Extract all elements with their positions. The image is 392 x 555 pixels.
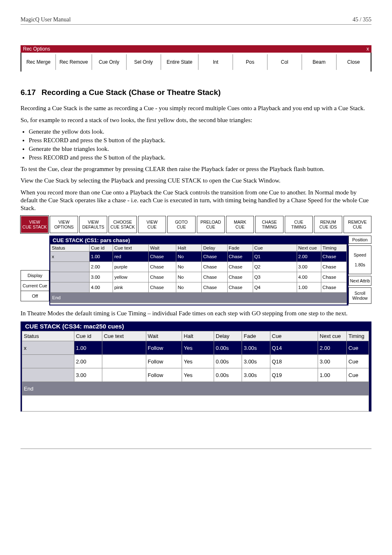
cell: Q1 [253, 252, 297, 262]
col-wait: Wait [149, 245, 176, 252]
cell: Follow [146, 355, 182, 368]
rec-remove-button[interactable]: Rec Remove [56, 54, 92, 70]
cell [22, 355, 74, 368]
cell [51, 282, 90, 293]
speed-label[interactable]: Speed 1.80s [348, 245, 371, 274]
col-fade: Fade [227, 245, 253, 252]
cell: Yes [182, 341, 214, 355]
cell: purple [113, 262, 149, 272]
scroll-window-label[interactable]: Scroll Window [348, 287, 371, 304]
cell: Q4 [253, 282, 297, 293]
cell: red [113, 252, 149, 262]
col-button[interactable]: Col [267, 54, 302, 70]
col-cuetext: Cue text [113, 245, 149, 252]
current-cue-label[interactable]: Current Cue [21, 280, 49, 291]
cs1-title: CUE STACK (CS1: pars chase) [50, 236, 347, 244]
cell: Cue [347, 368, 369, 382]
col-cuetext: Cue text [102, 331, 146, 341]
table-row: End [51, 293, 347, 303]
cell: 2.00 [90, 262, 113, 272]
goto-cue-button[interactable]: GOTO CUE [167, 216, 195, 233]
cell: Chase [227, 262, 253, 272]
int-button[interactable]: Int [198, 54, 233, 70]
col-timing: Timing [347, 331, 369, 341]
cs34-table: Status Cue id Cue text Wait Halt Delay F… [22, 331, 369, 412]
next-attrib-label[interactable]: Next Attrib [348, 276, 371, 286]
col-delay: Delay [214, 331, 242, 341]
cell: 1.00 [90, 252, 113, 262]
chase-timing-button[interactable]: CHASE TIMING [255, 216, 283, 233]
paragraph: So, for example to record a stack of two… [21, 116, 371, 124]
beam-button[interactable]: Beam [302, 54, 337, 70]
cell: 4.00 [90, 282, 113, 293]
table-row[interactable]: 2.00 Follow Yes 0.00s 3.00s Q18 3.00 Cue [22, 355, 369, 368]
cell: Chase [227, 282, 253, 293]
cell [51, 272, 90, 282]
list-item: Press RECORD and press the S button of t… [29, 154, 371, 161]
cell: Chase [202, 252, 227, 262]
table-row [22, 395, 369, 412]
cell: 0.00s [214, 341, 242, 355]
cell: Chase [321, 262, 346, 272]
view-defaults-button[interactable]: VIEW DEFAULTS [79, 216, 107, 233]
cell [22, 368, 74, 382]
cue-timing-button[interactable]: CUE TIMING [285, 216, 313, 233]
col-cueid: Cue id [74, 331, 102, 341]
cell: Q3 [253, 272, 297, 282]
cell: 1.00 [318, 368, 347, 382]
page-number: 45 / 355 [353, 16, 371, 23]
view-cue-button[interactable]: VIEW CUE [138, 216, 166, 233]
rec-merge-button[interactable]: Rec Merge [21, 54, 56, 70]
col-delay: Delay [202, 245, 227, 252]
paragraph: When you record more than one Cue onto a… [21, 189, 371, 212]
cell: No [176, 282, 202, 293]
renum-cue-ids-button[interactable]: RENUM CUE IDS [314, 216, 342, 233]
speed-value: 1.80s [354, 262, 366, 267]
cell [22, 395, 369, 412]
off-label[interactable]: Off [21, 291, 49, 301]
table-row[interactable]: 3.00 yellow Chase No Chase Chase Q3 4.00… [51, 272, 347, 282]
end-cell: End [22, 382, 369, 395]
col-cue: Cue [253, 245, 297, 252]
col-cueid: Cue id [90, 245, 113, 252]
cell: Chase [321, 272, 346, 282]
col-nextcue: Next cue [318, 331, 347, 341]
cell: x [22, 341, 74, 355]
mark-cue-button[interactable]: MARK CUE [226, 216, 254, 233]
cell: 3.00s [242, 368, 270, 382]
speed-text: Speed [354, 252, 366, 257]
sel-only-button[interactable]: Sel Only [127, 54, 161, 70]
close-button[interactable]: Close [337, 54, 371, 70]
table-row: End [22, 382, 369, 395]
position-label[interactable]: Position [348, 236, 371, 244]
view-options-button[interactable]: VIEW OPTIONS [50, 216, 78, 233]
cell: 3.00s [242, 341, 270, 355]
section-title: Recording a Cue Stack (Chase or Theatre … [42, 88, 221, 97]
cell: Chase [202, 272, 227, 282]
bullet-list: Generate the yellow dots look. Press REC… [21, 128, 371, 161]
cell [102, 341, 146, 355]
table-row[interactable]: 4.00 pink Chase No Chase Chase Q4 1.00 C… [51, 282, 347, 293]
table-row[interactable]: x 1.00 Follow Yes 0.00s 3.00s Q14 2.00 C… [22, 341, 369, 355]
close-icon[interactable]: x [367, 46, 369, 52]
remove-cue-button[interactable]: REMOVE CUE [344, 216, 371, 233]
cell: Chase [149, 252, 176, 262]
cell: Cue [347, 355, 369, 368]
table-row[interactable]: x 1.00 red Chase No Chase Chase Q1 2.00 … [51, 252, 347, 262]
cell: 2.00 [297, 252, 321, 262]
cell: 0.00s [214, 355, 242, 368]
choose-cue-stack-button[interactable]: CHOOSE CUE STACK [108, 216, 136, 233]
table-row[interactable]: 3.00 Follow Yes 0.00s 3.00s Q19 1.00 Cue [22, 368, 369, 382]
col-nextcue: Next cue [297, 245, 321, 252]
cue-only-button[interactable]: Cue Only [92, 54, 127, 70]
table-row[interactable]: 2.00 purple Chase No Chase Chase Q2 3.00… [51, 262, 347, 272]
cell: Chase [202, 282, 227, 293]
list-item: Generate the yellow dots look. [29, 128, 371, 135]
display-label[interactable]: Display [21, 270, 49, 281]
paragraph: In Theatre Modes the default timing is C… [21, 310, 371, 317]
cell: Yes [182, 355, 214, 368]
preload-cue-button[interactable]: PRELOAD CUE [197, 216, 225, 233]
entire-state-button[interactable]: Entire State [161, 54, 198, 70]
pos-button[interactable]: Pos [233, 54, 267, 70]
view-cue-stack-button[interactable]: VIEW CUE STACK [21, 216, 48, 233]
